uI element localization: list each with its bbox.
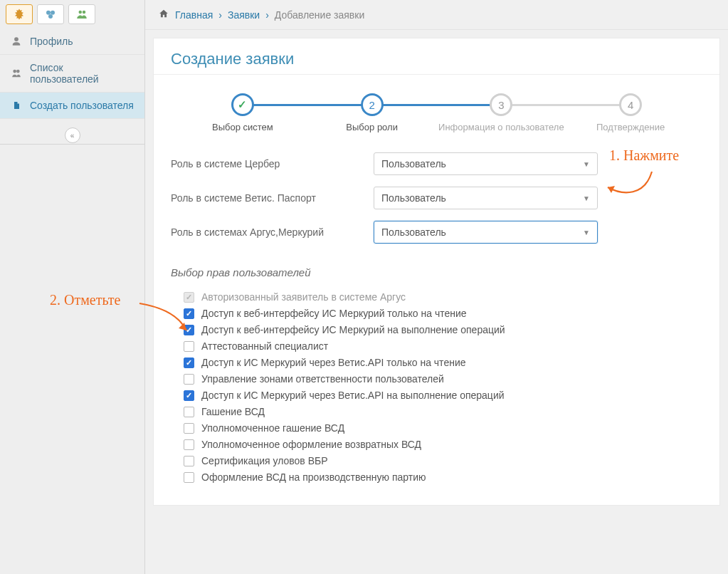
caret-down-icon: ▼	[583, 160, 590, 168]
sidebar-collapse-button[interactable]: «	[65, 127, 80, 143]
step-2[interactable]: 2 Выбор роли	[307, 93, 437, 132]
sidebar-item-label: Профиль	[30, 36, 73, 47]
select-value: Пользователь	[381, 158, 446, 169]
step-3: 3 Информация о пользователе	[437, 93, 566, 132]
step-number: 2	[361, 93, 384, 116]
step-label: Выбор систем	[178, 122, 307, 132]
permission-checkbox[interactable]	[184, 358, 194, 368]
breadcrumb-requests[interactable]: Заявки	[228, 9, 260, 21]
permission-item: Сертификация уловов ВБР	[184, 455, 702, 466]
panel-title: Создание заявки	[154, 38, 719, 75]
permission-label: Сертификация уловов ВБР	[201, 455, 328, 466]
role-label: Роль в системах Аргус,Меркурий	[171, 226, 374, 238]
permissions-list: Авторизованный заявитель в системе Аргус…	[171, 291, 702, 483]
permission-item: Доступ к ИС Меркурий через Ветис.API на …	[184, 390, 702, 401]
permission-label: Уполномоченное оформление возвратных ВСД	[201, 439, 421, 450]
permission-checkbox[interactable]	[184, 325, 194, 335]
top-btn-group[interactable]	[68, 4, 95, 24]
home-icon	[158, 9, 169, 21]
permission-item: Управление зонами ответственности пользо…	[184, 373, 702, 385]
sidebar-menu: Профиль Список пользователей Создать пол…	[0, 28, 144, 119]
permission-item: Доступ к веб-интерфейсу ИС Меркурий на в…	[184, 324, 702, 335]
permission-checkbox[interactable]	[184, 341, 194, 352]
permission-checkbox[interactable]	[184, 456, 194, 466]
permission-label: Управление зонами ответственности пользо…	[201, 373, 444, 385]
permission-checkbox[interactable]	[184, 308, 194, 319]
permission-item: Доступ к ИС Меркурий через Ветис.API тол…	[184, 357, 702, 368]
permission-label: Авторизованный заявитель в системе Аргус	[201, 291, 406, 303]
step-1[interactable]: ✓ Выбор систем	[178, 93, 307, 132]
permission-label: Гашение ВСД	[201, 406, 265, 417]
sidebar-item-create-user[interactable]: Создать пользователя	[0, 93, 144, 119]
chevron-right-icon: ›	[265, 9, 269, 21]
user-icon	[10, 36, 23, 46]
chevron-right-icon: ›	[218, 9, 222, 21]
permission-checkbox	[184, 292, 194, 303]
svg-point-0	[46, 11, 51, 15]
role-select-argus[interactable]: Пользователь ▼	[374, 221, 598, 244]
permission-checkbox[interactable]	[184, 439, 194, 450]
permission-label: Оформление ВСД на производственную парти…	[201, 471, 426, 483]
permissions-title: Выбор прав пользователей	[171, 266, 702, 278]
permission-checkbox[interactable]	[184, 407, 194, 417]
step-label: Подтверждение	[566, 122, 695, 132]
permission-item: Доступ к веб-интерфейсу ИС Меркурий толь…	[184, 308, 702, 319]
step-number: 4	[619, 93, 642, 116]
wizard-steps: ✓ Выбор систем 2 Выбор роли 3 Информация…	[178, 93, 695, 132]
permission-checkbox[interactable]	[184, 390, 194, 401]
role-row-passport: Роль в системе Ветис. Паспорт Пользовате…	[171, 187, 702, 209]
sidebar-top-buttons	[0, 0, 144, 28]
role-select-cerber[interactable]: Пользователь ▼	[374, 152, 598, 175]
sidebar-item-label: Создать пользователя	[30, 100, 134, 111]
permission-checkbox[interactable]	[184, 423, 194, 434]
role-select-passport[interactable]: Пользователь ▼	[374, 187, 598, 209]
step-label: Выбор роли	[307, 122, 437, 132]
role-row-argus: Роль в системах Аргус,Меркурий Пользоват…	[171, 221, 702, 244]
file-icon	[10, 100, 23, 110]
permission-label: Доступ к веб-интерфейсу ИС Меркурий на в…	[201, 324, 505, 335]
role-row-cerber: Роль в системе Цербер Пользователь ▼	[171, 152, 702, 175]
users-icon	[10, 68, 23, 78]
svg-point-2	[48, 14, 53, 19]
top-btn-eagle[interactable]	[6, 4, 33, 24]
permission-checkbox[interactable]	[184, 472, 194, 483]
step-number: 3	[490, 93, 512, 116]
permission-label: Доступ к веб-интерфейсу ИС Меркурий толь…	[201, 308, 467, 319]
sidebar-item-label: Список пользователей	[30, 62, 134, 85]
svg-point-3	[79, 11, 83, 14]
permission-label: Доступ к ИС Меркурий через Ветис.API тол…	[201, 357, 466, 368]
sidebar-item-profile[interactable]: Профиль	[0, 28, 144, 55]
role-label: Роль в системе Цербер	[171, 158, 374, 169]
permission-label: Доступ к ИС Меркурий через Ветис.API на …	[201, 390, 505, 401]
top-btn-gears[interactable]	[37, 4, 64, 24]
check-icon: ✓	[231, 93, 254, 116]
permission-label: Уполномоченное гашение ВСД	[201, 422, 344, 434]
step-label: Информация о пользователе	[437, 122, 566, 132]
permission-item: Аттестованный специалист	[184, 340, 702, 352]
role-label: Роль в системе Ветис. Паспорт	[171, 192, 374, 204]
breadcrumb-home[interactable]: Главная	[175, 9, 213, 21]
permission-label: Аттестованный специалист	[201, 340, 328, 352]
breadcrumb-current: Добавление заявки	[275, 9, 364, 21]
sidebar-item-users[interactable]: Список пользователей	[0, 55, 144, 93]
breadcrumb: Главная › Заявки › Добавление заявки	[145, 0, 728, 30]
permission-item: Уполномоченное гашение ВСД	[184, 422, 702, 434]
permission-checkbox[interactable]	[184, 374, 194, 385]
select-value: Пользователь	[381, 226, 446, 238]
svg-point-1	[51, 11, 55, 15]
step-4: 4 Подтверждение	[566, 93, 695, 132]
panel: Создание заявки ✓ Выбор систем 2 Выбор р…	[154, 38, 719, 505]
permission-item: Авторизованный заявитель в системе Аргус	[184, 291, 702, 303]
permission-item: Уполномоченное оформление возвратных ВСД	[184, 439, 702, 450]
svg-point-4	[83, 11, 86, 14]
permission-item: Оформление ВСД на производственную парти…	[184, 471, 702, 483]
caret-down-icon: ▼	[583, 229, 590, 236]
permission-item: Гашение ВСД	[184, 406, 702, 417]
select-value: Пользователь	[381, 192, 446, 204]
caret-down-icon: ▼	[583, 194, 590, 202]
sidebar: Профиль Список пользователей Создать пол…	[0, 0, 145, 574]
